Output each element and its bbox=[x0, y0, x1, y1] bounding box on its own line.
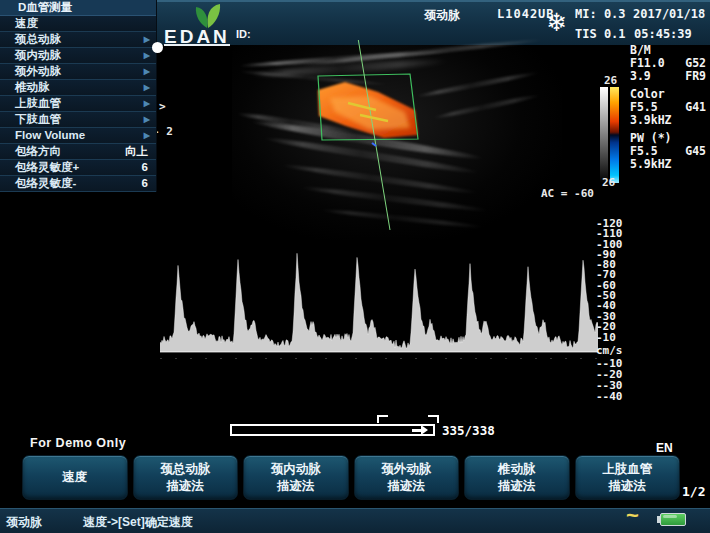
param-right: FR9 bbox=[685, 70, 706, 83]
demo-watermark: For Demo Only bbox=[30, 436, 126, 450]
menu-item-envelope-direction[interactable]: 包络方向向上 bbox=[0, 144, 156, 160]
softkey-ica-trace[interactable]: 颈内动脉描迹法 bbox=[243, 455, 349, 500]
freeze-indicator-icon: ❄ bbox=[546, 8, 567, 37]
menu-item-vertebral[interactable]: 椎动脉▶ bbox=[0, 80, 156, 96]
axis-label: cm/s bbox=[596, 345, 623, 356]
submenu-arrow-icon: ▶ bbox=[144, 32, 150, 47]
menu-item-ica[interactable]: 颈内动脉▶ bbox=[0, 48, 156, 64]
date-display: 2017/01/18 bbox=[633, 7, 705, 21]
softkey-upper-limb-trace[interactable]: 上肢血管描迹法 bbox=[575, 455, 681, 500]
menu-item-label: 颈内动脉 bbox=[15, 49, 61, 61]
spectral-doppler-trace bbox=[160, 225, 598, 356]
softkey-label: 上肢血管 bbox=[602, 461, 652, 478]
image-parameters: B/MF11.0G523.9FR9ColorF5.5G413.9kHZPW (*… bbox=[630, 44, 706, 171]
axis-label: --40 bbox=[596, 391, 623, 402]
param-right: G41 bbox=[685, 101, 706, 114]
ultrasound-screen: EDAN ID: 颈动脉 L1042UB ❄ MI: 0.3 TIS 0.1 2… bbox=[0, 0, 710, 533]
time-display: 05:45:39 bbox=[634, 27, 692, 41]
softkey-sublabel: 描迹法 bbox=[277, 478, 315, 495]
menu-item-eca[interactable]: 颈外动脉▶ bbox=[0, 64, 156, 80]
mi-value: MI: 0.3 bbox=[575, 7, 626, 21]
menu-item-label: 上肢血管 bbox=[15, 97, 61, 109]
softkey-cca-trace[interactable]: 颈总动脉描迹法 bbox=[133, 455, 239, 500]
probe-orientation-marker bbox=[152, 42, 163, 53]
menu-item-value: 6 bbox=[142, 160, 148, 175]
softkey-label: 颈外动脉 bbox=[381, 461, 431, 478]
menu-item-cca[interactable]: 颈总动脉▶ bbox=[0, 32, 156, 48]
menu-item-value: 向上 bbox=[125, 144, 148, 159]
measurement-menu: D血管测量 速度颈总动脉▶颈内动脉▶颈外动脉▶椎动脉▶上肢血管▶下肢血管▶Flo… bbox=[0, 0, 157, 192]
softkey-velocity[interactable]: 速度 bbox=[22, 455, 128, 500]
softkey-page-indicator: 1/2 bbox=[682, 484, 705, 499]
cine-window-bracket-left bbox=[377, 415, 388, 423]
language-indicator: EN bbox=[656, 441, 673, 455]
cine-position-arrow-head bbox=[421, 425, 428, 435]
menu-item-label: 颈外动脉 bbox=[15, 65, 61, 77]
menu-item-lower-limb[interactable]: 下肢血管▶ bbox=[0, 112, 156, 128]
axis-label: -10 bbox=[596, 332, 616, 343]
menu-item-flow-volume[interactable]: Flow Volume▶ bbox=[0, 128, 156, 144]
menu-item-label: 包络灵敏度+ bbox=[15, 161, 79, 173]
menu-item-label: 下肢血管 bbox=[15, 113, 61, 125]
menu-item-velocity[interactable]: 速度 bbox=[0, 16, 156, 32]
softkey-label: 颈内动脉 bbox=[271, 461, 321, 478]
menu-title: D血管测量 bbox=[0, 0, 156, 16]
submenu-arrow-icon: ▶ bbox=[144, 64, 150, 79]
param-right: G45 bbox=[685, 145, 706, 158]
menu-item-envelope-sensitivity-minus[interactable]: 包络灵敏度-6 bbox=[0, 176, 156, 192]
cine-position-arrow[interactable] bbox=[412, 429, 421, 432]
status-hint-text: 速度->[Set]确定速度 bbox=[83, 514, 193, 531]
exam-type-label: 颈动脉 bbox=[424, 7, 460, 24]
spectrum-baseline bbox=[160, 351, 598, 352]
time-axis-dots bbox=[160, 358, 598, 359]
param-row: 3.9FR9 bbox=[630, 70, 706, 83]
param-left: 3.9 bbox=[630, 70, 651, 83]
softkey-label: 颈总动脉 bbox=[160, 461, 210, 478]
status-exam-label: 颈动脉 bbox=[6, 514, 42, 531]
ac-power-icon: ~ bbox=[626, 503, 639, 529]
cine-scrollbar[interactable] bbox=[230, 424, 435, 436]
softkey-label: 椎动脉 bbox=[498, 461, 536, 478]
menu-item-label: 椎动脉 bbox=[15, 81, 50, 93]
menu-items: 速度颈总动脉▶颈内动脉▶颈外动脉▶椎动脉▶上肢血管▶下肢血管▶Flow Volu… bbox=[0, 16, 156, 192]
menu-item-label: 速度 bbox=[15, 17, 38, 29]
focus-marker: > bbox=[159, 100, 166, 113]
submenu-arrow-icon: ▶ bbox=[144, 48, 150, 63]
menu-item-label: 包络方向 bbox=[15, 145, 61, 157]
submenu-arrow-icon: ▶ bbox=[144, 128, 150, 143]
colorbar-bottom-label: 26 bbox=[602, 176, 615, 189]
patient-id-label: ID: bbox=[236, 28, 251, 40]
submenu-arrow-icon: ▶ bbox=[144, 112, 150, 127]
grayscale-bar bbox=[600, 87, 608, 183]
param-row: 5.9kHZ bbox=[630, 158, 706, 171]
angle-correction-label: AC = -60 bbox=[541, 187, 594, 200]
status-bar: 颈动脉 速度->[Set]确定速度 bbox=[0, 508, 710, 533]
menu-item-envelope-sensitivity-plus[interactable]: 包络灵敏度+6 bbox=[0, 160, 156, 176]
softkey-sublabel: 描迹法 bbox=[388, 478, 426, 495]
menu-item-label: 包络灵敏度- bbox=[15, 177, 76, 189]
colorbar-top-label: 26 bbox=[604, 74, 617, 87]
color-doppler-overlay bbox=[160, 40, 600, 235]
menu-item-label: Flow Volume bbox=[15, 129, 85, 141]
cine-window-bracket-right bbox=[428, 415, 439, 423]
menu-item-label: 颈总动脉 bbox=[15, 33, 61, 45]
softkey-sublabel: 描迹法 bbox=[167, 478, 205, 495]
softkey-sublabel: 描迹法 bbox=[609, 478, 647, 495]
submenu-arrow-icon: ▶ bbox=[144, 96, 150, 111]
submenu-arrow-icon: ▶ bbox=[144, 80, 150, 95]
softkey-eca-trace[interactable]: 颈外动脉描迹法 bbox=[354, 455, 460, 500]
menu-item-value: 6 bbox=[142, 176, 148, 191]
menu-item-upper-limb[interactable]: 上肢血管▶ bbox=[0, 96, 156, 112]
softkey-label: 速度 bbox=[62, 469, 87, 486]
tis-value: TIS 0.1 bbox=[575, 27, 626, 41]
param-left: 3.9kHZ bbox=[630, 114, 672, 127]
param-row: 3.9kHZ bbox=[630, 114, 706, 127]
softkey-sublabel: 描迹法 bbox=[498, 478, 536, 495]
battery-shine bbox=[663, 515, 677, 518]
softkey-row: 速度颈总动脉描迹法颈内动脉描迹法颈外动脉描迹法椎动脉描迹法上肢血管描迹法 bbox=[22, 455, 680, 500]
softkey-vertebral-trace[interactable]: 椎动脉描迹法 bbox=[464, 455, 570, 500]
cine-frame-counter: 335/338 bbox=[442, 423, 495, 438]
param-left: 5.9kHZ bbox=[630, 158, 672, 171]
color-doppler-bar bbox=[610, 87, 619, 183]
